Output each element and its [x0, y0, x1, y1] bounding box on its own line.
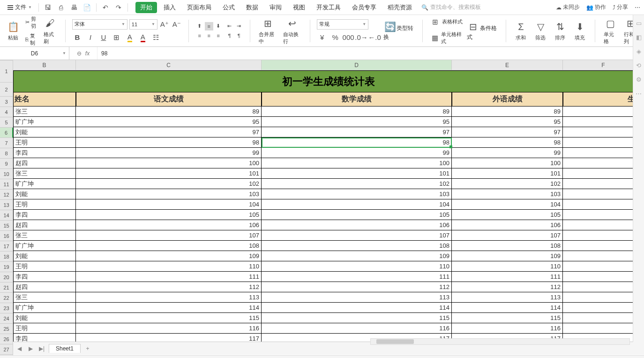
rtl-icon[interactable]: ¶: [235, 31, 243, 40]
decrease-font-icon[interactable]: A⁻: [172, 19, 182, 30]
cell[interactable]: [563, 241, 644, 251]
cell[interactable]: [563, 137, 644, 148]
side-backup-icon[interactable]: ⟲: [635, 61, 643, 69]
cell[interactable]: 107: [452, 230, 563, 241]
cell[interactable]: 李四: [13, 148, 76, 158]
cell[interactable]: 106: [452, 220, 563, 230]
save-icon[interactable]: 🖫: [42, 1, 54, 14]
cell[interactable]: 113: [262, 292, 452, 303]
row-header-3[interactable]: 3: [0, 97, 13, 107]
cell[interactable]: 刘能: [13, 189, 76, 199]
merge-cells-button[interactable]: ⊞合并居中: [257, 16, 279, 46]
cell[interactable]: 115: [76, 313, 262, 323]
cell[interactable]: 113: [452, 292, 563, 303]
tab-start[interactable]: 开始: [135, 2, 157, 13]
decrease-decimal-icon[interactable]: ←.0: [369, 32, 380, 43]
cell[interactable]: 99: [76, 148, 262, 158]
align-middle-icon[interactable]: ≡: [205, 22, 213, 30]
cell[interactable]: 108: [76, 241, 262, 251]
cell[interactable]: 114: [76, 303, 262, 313]
sort-button[interactable]: ⇅排序: [552, 19, 569, 42]
cell[interactable]: 李四: [13, 272, 76, 282]
cell[interactable]: 103: [452, 189, 563, 199]
undo-icon[interactable]: ↶: [99, 1, 112, 14]
side-select-icon[interactable]: ▭: [635, 19, 643, 27]
row-header-13[interactable]: 13: [0, 200, 13, 210]
cell[interactable]: 112: [262, 282, 452, 292]
align-left-icon[interactable]: ≡: [195, 31, 204, 40]
cell[interactable]: 115: [262, 313, 452, 323]
cell[interactable]: 105: [76, 210, 262, 220]
row-header-20[interactable]: 20: [0, 272, 13, 282]
cell[interactable]: [563, 107, 644, 117]
cell[interactable]: 98: [262, 137, 452, 148]
cell[interactable]: 106: [76, 220, 262, 230]
cell[interactable]: 112: [76, 282, 262, 292]
row-header-21[interactable]: 21: [0, 282, 13, 293]
file-menu[interactable]: 文件 ▼: [4, 3, 36, 11]
row-header-9[interactable]: 9: [0, 159, 13, 169]
cell[interactable]: 114: [262, 303, 452, 313]
cell[interactable]: 103: [76, 189, 262, 199]
bold-icon[interactable]: B: [72, 32, 82, 43]
sum-button[interactable]: Σ求和: [512, 19, 529, 42]
cell[interactable]: [563, 189, 644, 199]
cell[interactable]: 98: [76, 137, 262, 148]
tab-insert[interactable]: 插入: [159, 2, 180, 13]
cell[interactable]: 王明: [13, 199, 76, 210]
currency-icon[interactable]: ¥: [317, 32, 327, 43]
cell-style-button[interactable]: ▦单元格样式: [429, 30, 465, 46]
cell[interactable]: [563, 158, 644, 168]
horizontal-scrollbar[interactable]: [370, 338, 630, 345]
cell[interactable]: [563, 272, 644, 282]
tab-member[interactable]: 会员专享: [347, 2, 381, 13]
cell[interactable]: 109: [76, 251, 262, 261]
copy-button[interactable]: ⎘复制: [24, 31, 39, 47]
cell[interactable]: 100: [452, 158, 563, 168]
align-center-icon[interactable]: ≡: [205, 31, 213, 40]
formula-input[interactable]: 98: [97, 47, 644, 60]
cell[interactable]: 赵四: [13, 282, 76, 292]
cell[interactable]: 104: [262, 199, 452, 210]
fill-button[interactable]: ⬇填充: [571, 19, 588, 42]
cell[interactable]: 111: [262, 272, 452, 282]
row-header-26[interactable]: 26: [0, 334, 13, 344]
share-button[interactable]: ⤴分享: [613, 3, 628, 11]
number-format-select[interactable]: 常规▼: [317, 19, 368, 30]
coop-button[interactable]: 👥协作: [586, 3, 606, 11]
cell[interactable]: 100: [262, 158, 452, 168]
cell[interactable]: 89: [76, 107, 262, 117]
cell[interactable]: 117: [76, 334, 262, 342]
cell[interactable]: 116: [262, 323, 452, 334]
fx-icon[interactable]: fx: [85, 50, 90, 57]
cell[interactable]: 王明: [13, 261, 76, 272]
tab-dev[interactable]: 开发工具: [312, 2, 345, 13]
cell[interactable]: 100: [76, 158, 262, 168]
cell[interactable]: 旷广坤: [13, 303, 76, 313]
row-header-25[interactable]: 25: [0, 324, 13, 334]
row-header-24[interactable]: 24: [0, 313, 13, 324]
font-size-select[interactable]: 11▼: [129, 19, 157, 30]
row-header-16[interactable]: 16: [0, 231, 13, 241]
fill-color-icon[interactable]: A: [125, 32, 135, 43]
cell[interactable]: 111: [76, 272, 262, 282]
cell[interactable]: 105: [452, 210, 563, 220]
cell[interactable]: 刘能: [13, 251, 76, 261]
cell[interactable]: 115: [452, 313, 563, 323]
cell[interactable]: 104: [452, 199, 563, 210]
cell[interactable]: [563, 148, 644, 158]
side-more-icon[interactable]: ⋯: [635, 89, 643, 98]
cell[interactable]: [563, 220, 644, 230]
cell[interactable]: 89: [452, 107, 563, 117]
print-preview-icon[interactable]: 📄: [81, 1, 93, 14]
row-header-23[interactable]: 23: [0, 303, 13, 313]
row-header-6[interactable]: 6: [0, 128, 13, 138]
cell[interactable]: 89: [262, 107, 452, 117]
cell[interactable]: 刘能: [13, 127, 76, 137]
align-bottom-icon[interactable]: ⬇: [214, 22, 223, 30]
cell[interactable]: 95: [262, 117, 452, 127]
cell[interactable]: [563, 179, 644, 189]
increase-font-icon[interactable]: A⁺: [159, 19, 170, 30]
comma-icon[interactable]: 000: [343, 32, 353, 43]
cell[interactable]: 97: [452, 127, 563, 137]
